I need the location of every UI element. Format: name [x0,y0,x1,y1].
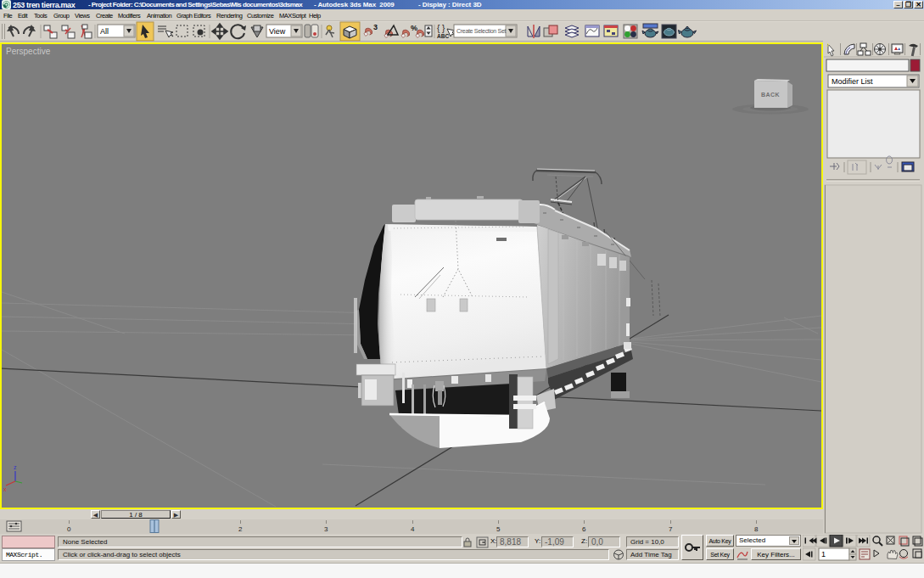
svg-text:Modifier List: Modifier List [832,77,873,86]
svg-text:%: % [411,24,417,32]
svg-text:ABC: ABC [437,33,449,39]
svg-text:2: 2 [238,525,243,533]
svg-text:0: 0 [67,525,71,533]
svg-text:1: 1 [821,550,826,558]
svg-text:x: x [3,486,7,492]
svg-text:3: 3 [324,525,328,533]
svg-text:7: 7 [669,525,673,533]
svg-text:BACK: BACK [761,92,780,98]
svg-text:z: z [14,464,17,470]
svg-text:{ }: { } [437,24,445,33]
svg-text:4: 4 [411,525,415,533]
svg-text:5: 5 [496,525,501,533]
svg-text:3: 3 [373,23,378,31]
svg-text:Perspective: Perspective [6,47,51,56]
svg-text:6: 6 [582,525,586,533]
svg-text:Create Selection Set: Create Selection Set [456,28,507,34]
svg-text:View: View [269,27,286,36]
svg-text:8: 8 [754,525,759,533]
svg-text:All: All [100,27,109,36]
